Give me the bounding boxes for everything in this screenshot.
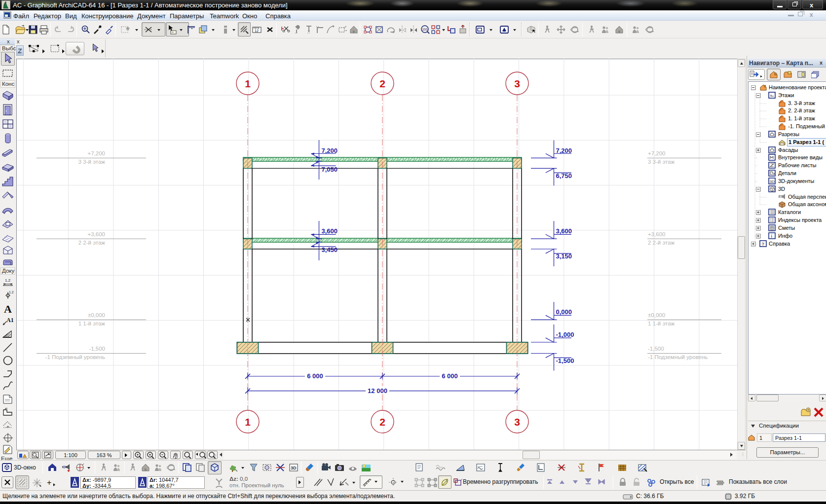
svg-text:1 1-й этаж: 1 1-й этаж: [648, 321, 675, 326]
svg-text:±0,000: ±0,000: [648, 312, 665, 318]
svg-text:0,000: 0,000: [556, 308, 572, 316]
svg-text:12 000: 12 000: [368, 387, 387, 395]
svg-text:-1,500: -1,500: [556, 357, 574, 364]
svg-text:2 2-й этаж: 2 2-й этаж: [648, 240, 675, 246]
svg-text:-1,000: -1,000: [556, 331, 574, 338]
svg-text:6 000: 6 000: [442, 372, 458, 380]
svg-text:+3,600: +3,600: [648, 231, 666, 237]
svg-text:i: i: [771, 234, 773, 239]
svg-text:3,600: 3,600: [322, 227, 338, 235]
svg-text:3D: 3D: [770, 180, 775, 184]
svg-text:7,050: 7,050: [322, 166, 338, 173]
svg-text:3: 3: [514, 416, 520, 428]
svg-text:2 2-й этаж: 2 2-й этаж: [78, 240, 106, 246]
svg-text:3,450: 3,450: [322, 246, 338, 253]
svg-text:1: 1: [245, 416, 251, 428]
svg-text:-1 Подземный уровень: -1 Подземный уровень: [45, 354, 105, 360]
svg-text:-1,500: -1,500: [648, 346, 664, 352]
svg-text:-1,500: -1,500: [89, 346, 105, 352]
svg-text:100: 100: [422, 28, 428, 31]
svg-text:7,200: 7,200: [556, 147, 572, 154]
svg-text:A1: A1: [6, 317, 14, 324]
svg-text:A: A: [4, 303, 12, 315]
svg-text:1.2: 1.2: [9, 290, 14, 294]
svg-text:1,2: 1,2: [5, 278, 11, 283]
svg-text:+3,600: +3,600: [88, 231, 106, 237]
svg-text:1 1-й этаж: 1 1-й этаж: [78, 321, 106, 326]
svg-text:7,200: 7,200: [322, 147, 338, 154]
svg-text:±0,000: ±0,000: [88, 312, 105, 318]
svg-text:3D: 3D: [291, 466, 297, 470]
svg-text:-1 Подземный уровень: -1 Подземный уровень: [648, 354, 708, 360]
svg-text:+7,200: +7,200: [88, 150, 106, 156]
svg-text:3 3-й этаж: 3 3-й этаж: [648, 159, 675, 165]
svg-text:2: 2: [379, 416, 385, 428]
svg-text:12: 12: [255, 29, 259, 33]
svg-text:3 3-й этаж: 3 3-й этаж: [78, 159, 106, 165]
svg-text:2: 2: [379, 78, 385, 89]
svg-text:6,750: 6,750: [556, 172, 572, 180]
svg-text:3,150: 3,150: [556, 252, 572, 260]
svg-text:3: 3: [514, 78, 520, 89]
svg-text:3,600: 3,600: [556, 227, 572, 235]
svg-text:6 000: 6 000: [307, 372, 323, 380]
svg-text:1: 1: [245, 78, 251, 89]
svg-text:+7,200: +7,200: [648, 150, 666, 156]
svg-text:?: ?: [762, 242, 765, 247]
